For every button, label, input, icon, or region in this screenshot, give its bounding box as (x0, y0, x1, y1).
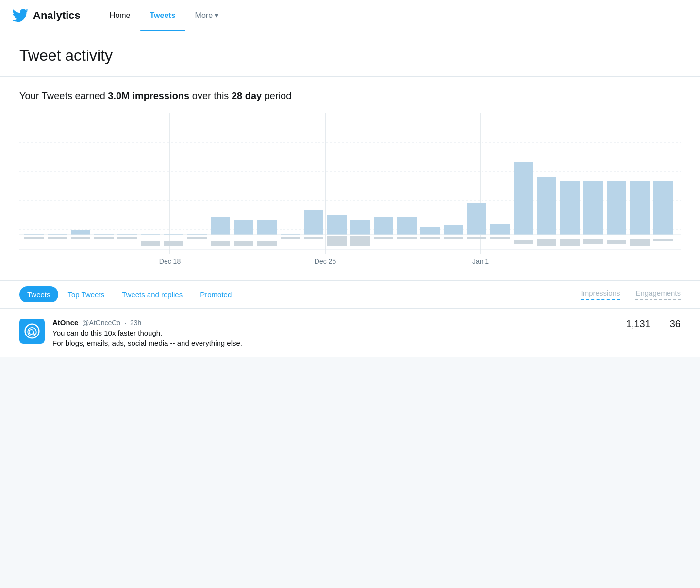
chart-svg: Dec 18 Dec 25 Jan 1 (19, 113, 681, 278)
svg-rect-50 (374, 237, 393, 239)
svg-rect-37 (71, 237, 90, 239)
at-once-logo-icon (24, 323, 40, 339)
svg-rect-39 (117, 237, 137, 239)
impressions-text: Your Tweets earned 3.0M impressions over… (19, 90, 681, 101)
svg-rect-47 (304, 237, 323, 239)
brand-label: Analytics (33, 9, 81, 22)
tab-tweets-replies[interactable]: Tweets and replies (114, 286, 190, 302)
svg-rect-19 (304, 210, 323, 235)
page-title-section: Tweet activity (0, 31, 700, 77)
svg-rect-51 (397, 237, 417, 239)
page-title: Tweet activity (19, 47, 681, 65)
svg-rect-59 (583, 239, 603, 244)
svg-rect-34 (653, 181, 673, 235)
svg-rect-23 (397, 217, 417, 235)
svg-rect-25 (444, 225, 463, 235)
tweet-card: AtOnce @AtOnceCo · 23h You can do this 1… (0, 309, 700, 357)
twitter-bird-icon (12, 9, 28, 22)
svg-rect-58 (560, 239, 580, 246)
tabs-right: Impressions Engagements (581, 289, 681, 300)
svg-rect-62 (653, 239, 673, 241)
svg-rect-31 (583, 181, 603, 235)
svg-rect-17 (257, 220, 277, 235)
impressions-bold2: 28 day (232, 90, 262, 101)
tweet-text-line1: You can do this 10x faster though. (52, 329, 527, 337)
impressions-summary: Your Tweets earned 3.0M impressions over… (0, 77, 700, 281)
tweet-body: AtOnce @AtOnceCo · 23h You can do this 1… (52, 319, 527, 347)
svg-rect-46 (281, 237, 300, 239)
svg-rect-21 (350, 220, 370, 235)
nav-tweets[interactable]: Tweets (140, 0, 185, 31)
svg-rect-42 (187, 237, 207, 239)
tweet-handle: @AtOnceCo (82, 319, 120, 327)
svg-rect-32 (607, 181, 626, 235)
page-content: Tweet activity Your Tweets earned 3.0M i… (0, 31, 700, 588)
svg-rect-22 (374, 217, 393, 235)
tweet-header: AtOnce @AtOnceCo · 23h (52, 319, 527, 327)
nav-links: Home Tweets More ▾ (100, 0, 229, 31)
svg-rect-26 (467, 203, 486, 235)
svg-rect-36 (48, 237, 67, 239)
svg-rect-41 (164, 241, 183, 246)
brand: Analytics (12, 9, 81, 22)
svg-rect-44 (234, 241, 253, 246)
svg-rect-15 (211, 217, 230, 235)
svg-rect-53 (444, 237, 463, 239)
svg-rect-55 (490, 237, 510, 239)
svg-rect-57 (537, 239, 556, 246)
tab-tweets[interactable]: Tweets (19, 286, 58, 302)
avatar (19, 319, 45, 344)
svg-rect-20 (327, 215, 347, 235)
svg-text:Dec 25: Dec 25 (315, 257, 336, 265)
svg-rect-45 (257, 241, 277, 246)
svg-rect-27 (490, 224, 510, 235)
svg-text:Dec 18: Dec 18 (159, 257, 181, 265)
tweet-name: AtOnce (52, 319, 78, 327)
svg-rect-24 (420, 227, 440, 235)
tweet-impressions: 1,131 (626, 319, 650, 330)
svg-rect-48 (327, 236, 347, 246)
tweet-text-line2: For blogs, emails, ads, social media -- … (52, 339, 527, 347)
svg-rect-49 (350, 236, 370, 246)
tabs-left: Tweets Top Tweets Tweets and replies Pro… (19, 281, 581, 308)
svg-rect-9 (71, 230, 90, 235)
svg-rect-38 (94, 237, 114, 239)
svg-text:Jan 1: Jan 1 (472, 257, 489, 265)
svg-rect-52 (420, 237, 440, 239)
impressions-bold1: 3.0M impressions (108, 90, 189, 101)
tweet-engagements: 36 (670, 319, 681, 330)
nav-more[interactable]: More ▾ (185, 0, 229, 31)
svg-rect-30 (560, 181, 580, 235)
svg-rect-29 (537, 177, 556, 235)
tab-promoted[interactable]: Promoted (192, 286, 239, 302)
svg-rect-40 (141, 241, 160, 246)
chart-container: Dec 18 Dec 25 Jan 1 (19, 113, 681, 280)
svg-rect-43 (211, 241, 230, 246)
metric-impressions[interactable]: Impressions (581, 289, 620, 300)
svg-rect-16 (234, 220, 253, 235)
svg-rect-35 (24, 237, 44, 239)
svg-rect-54 (467, 237, 486, 239)
svg-rect-61 (630, 239, 650, 246)
tab-top-tweets[interactable]: Top Tweets (60, 286, 113, 302)
svg-rect-28 (514, 162, 533, 235)
tweet-separator: · (124, 319, 126, 327)
tabs-section: Tweets Top Tweets Tweets and replies Pro… (0, 281, 700, 309)
nav-home[interactable]: Home (100, 0, 140, 31)
svg-rect-60 (607, 240, 626, 244)
metric-engagements[interactable]: Engagements (635, 289, 681, 300)
tweet-metrics: 1,131 36 (535, 319, 681, 330)
svg-rect-56 (514, 240, 533, 244)
tweet-time: 23h (130, 319, 141, 327)
navbar: Analytics Home Tweets More ▾ (0, 0, 700, 31)
svg-rect-33 (630, 181, 650, 235)
